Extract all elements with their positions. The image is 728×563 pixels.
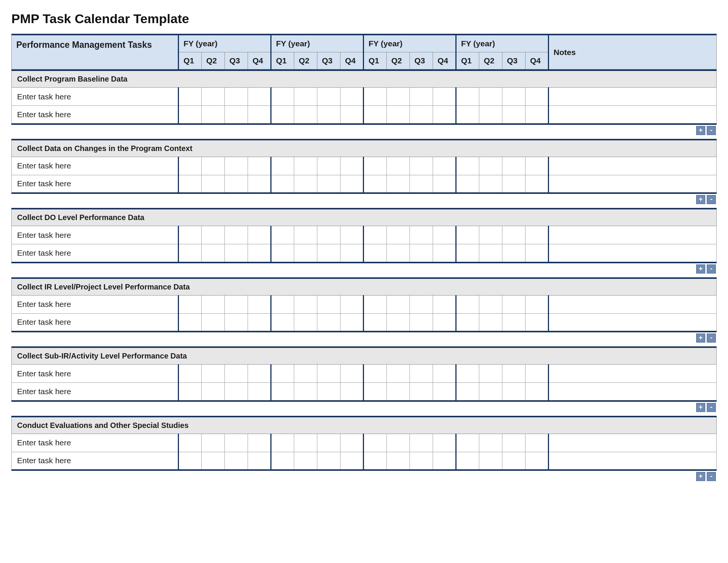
quarter-cell[interactable] [202,175,225,193]
remove-row-button[interactable]: - [707,472,716,481]
quarter-cell[interactable] [202,226,225,244]
quarter-cell[interactable] [271,244,294,263]
quarter-cell[interactable] [456,365,479,383]
quarter-cell[interactable] [294,383,317,401]
quarter-cell[interactable] [479,106,502,124]
quarter-cell[interactable] [225,226,248,244]
quarter-cell[interactable] [410,244,433,263]
quarter-cell[interactable] [294,365,317,383]
quarter-cell[interactable] [410,88,433,106]
task-cell[interactable]: Enter task here [12,244,179,263]
quarter-cell[interactable] [364,434,387,452]
quarter-cell[interactable] [456,452,479,470]
quarter-cell[interactable] [364,313,387,332]
quarter-cell[interactable] [294,88,317,106]
quarter-cell[interactable] [526,313,549,332]
task-cell[interactable]: Enter task here [12,106,179,124]
quarter-cell[interactable] [317,365,340,383]
quarter-cell[interactable] [294,313,317,332]
quarter-cell[interactable] [387,365,410,383]
quarter-cell[interactable] [317,88,340,106]
quarter-cell[interactable] [340,313,364,332]
quarter-cell[interactable] [340,175,364,193]
quarter-cell[interactable] [317,295,340,313]
quarter-cell[interactable] [248,383,271,401]
task-cell[interactable]: Enter task here [12,452,179,470]
quarter-cell[interactable] [294,175,317,193]
quarter-cell[interactable] [502,434,526,452]
quarter-cell[interactable] [433,88,456,106]
quarter-cell[interactable] [387,88,410,106]
quarter-cell[interactable] [179,244,202,263]
add-row-button[interactable]: + [696,264,705,274]
quarter-cell[interactable] [179,313,202,332]
quarter-cell[interactable] [271,157,294,175]
quarter-cell[interactable] [248,434,271,452]
quarter-cell[interactable] [340,244,364,263]
quarter-cell[interactable] [202,434,225,452]
quarter-cell[interactable] [317,452,340,470]
quarter-cell[interactable] [248,365,271,383]
quarter-cell[interactable] [225,383,248,401]
quarter-cell[interactable] [225,106,248,124]
remove-row-button[interactable]: - [707,126,716,135]
notes-cell[interactable] [549,106,717,124]
quarter-cell[interactable] [387,313,410,332]
quarter-cell[interactable] [340,106,364,124]
quarter-cell[interactable] [271,295,294,313]
quarter-cell[interactable] [456,313,479,332]
quarter-cell[interactable] [433,365,456,383]
remove-row-button[interactable]: - [707,195,716,204]
quarter-cell[interactable] [179,175,202,193]
add-row-button[interactable]: + [696,195,705,204]
quarter-cell[interactable] [433,383,456,401]
quarter-cell[interactable] [526,365,549,383]
quarter-cell[interactable] [364,88,387,106]
quarter-cell[interactable] [317,244,340,263]
task-cell[interactable]: Enter task here [12,383,179,401]
quarter-cell[interactable] [317,157,340,175]
quarter-cell[interactable] [317,383,340,401]
quarter-cell[interactable] [317,434,340,452]
quarter-cell[interactable] [271,383,294,401]
quarter-cell[interactable] [317,106,340,124]
quarter-cell[interactable] [526,244,549,263]
quarter-cell[interactable] [364,175,387,193]
quarter-cell[interactable] [433,226,456,244]
quarter-cell[interactable] [456,434,479,452]
quarter-cell[interactable] [294,157,317,175]
task-cell[interactable]: Enter task here [12,434,179,452]
quarter-cell[interactable] [387,295,410,313]
quarter-cell[interactable] [225,434,248,452]
quarter-cell[interactable] [456,383,479,401]
quarter-cell[interactable] [502,365,526,383]
quarter-cell[interactable] [364,157,387,175]
quarter-cell[interactable] [387,157,410,175]
quarter-cell[interactable] [526,295,549,313]
quarter-cell[interactable] [364,244,387,263]
quarter-cell[interactable] [479,175,502,193]
quarter-cell[interactable] [526,226,549,244]
quarter-cell[interactable] [502,226,526,244]
quarter-cell[interactable] [479,383,502,401]
quarter-cell[interactable] [410,313,433,332]
quarter-cell[interactable] [294,295,317,313]
quarter-cell[interactable] [179,295,202,313]
quarter-cell[interactable] [340,452,364,470]
quarter-cell[interactable] [179,226,202,244]
quarter-cell[interactable] [202,157,225,175]
quarter-cell[interactable] [248,452,271,470]
task-cell[interactable]: Enter task here [12,88,179,106]
task-cell[interactable]: Enter task here [12,175,179,193]
quarter-cell[interactable] [479,313,502,332]
quarter-cell[interactable] [271,434,294,452]
quarter-cell[interactable] [364,365,387,383]
remove-row-button[interactable]: - [707,264,716,274]
quarter-cell[interactable] [502,295,526,313]
quarter-cell[interactable] [248,226,271,244]
quarter-cell[interactable] [364,452,387,470]
quarter-cell[interactable] [225,295,248,313]
quarter-cell[interactable] [410,226,433,244]
quarter-cell[interactable] [479,452,502,470]
quarter-cell[interactable] [526,175,549,193]
